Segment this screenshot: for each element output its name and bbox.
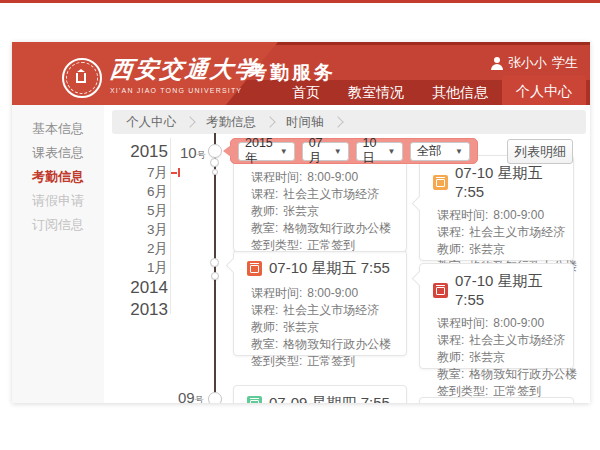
sidebar-item-subscription-info[interactable]: 订阅信息 xyxy=(12,213,104,237)
person-icon xyxy=(491,57,503,70)
attendance-card: 07-10 星期五 7:55 课程时间:8:00-9:00 课程:社会主义市场经… xyxy=(419,155,574,261)
attendance-card: 07-10 星期五 7:55 课程时间:8:00-9:00 课程:社会主义市场经… xyxy=(233,250,407,356)
card-title: 07-10 星期五 7:55 xyxy=(455,272,573,308)
field-label: 课程: xyxy=(251,187,278,201)
field-label: 教室: xyxy=(251,221,278,235)
sidebar-item-leave-request[interactable]: 请假申请 xyxy=(12,189,104,213)
scale-month-mar[interactable]: 3月 xyxy=(112,220,168,239)
calendar-icon xyxy=(247,396,262,403)
calendar-icon xyxy=(433,175,448,190)
nav-item-other-info[interactable]: 其他信息 xyxy=(418,80,502,105)
calendar-icon xyxy=(433,283,448,298)
field-value: 格物致知行政办公楼 xyxy=(469,367,577,381)
timeline-node-small xyxy=(210,258,219,267)
scale-year-2013[interactable]: 2013 xyxy=(112,299,168,321)
scale-year-2014[interactable]: 2014 xyxy=(112,277,168,299)
sidebar: 基本信息 课表信息 考勤信息 请假申请 订阅信息 xyxy=(12,105,104,403)
timeline-node-small xyxy=(211,272,219,280)
list-detail-button[interactable]: 列表明细 xyxy=(507,139,573,164)
field-value: 格物致知行政办公楼 xyxy=(283,337,391,351)
current-month-marker xyxy=(171,168,180,177)
calendar-icon xyxy=(247,261,262,276)
attendance-card-partial xyxy=(419,397,574,403)
caret-down-icon: ▼ xyxy=(334,147,342,156)
field-value: 正常签到 xyxy=(493,384,541,398)
field-value: 社会主义市场经济 xyxy=(469,225,565,239)
field-label: 课程: xyxy=(437,225,464,239)
breadcrumb-timeline[interactable]: 时间轴 xyxy=(286,114,324,131)
content-area: 基本信息 课表信息 考勤信息 请假申请 订阅信息 个人中心 考勤信息 时间轴 2… xyxy=(12,105,590,403)
user-role: 学生 xyxy=(552,54,578,72)
scale-month-may[interactable]: 5月 xyxy=(112,201,168,220)
nav-item-personal-center[interactable]: 个人中心 xyxy=(502,75,586,105)
scale-month-jun[interactable]: 6月 xyxy=(112,182,168,201)
scale-month-jul[interactable]: 7月 xyxy=(112,163,168,182)
chevron-right-icon xyxy=(184,116,195,127)
field-label: 教师: xyxy=(251,204,278,218)
breadcrumb-personal-center[interactable]: 个人中心 xyxy=(126,114,176,131)
year-select[interactable]: 2015年 ▼ xyxy=(238,142,295,161)
user-info[interactable]: 张小小 学生 xyxy=(491,54,578,72)
field-label: 签到类型: xyxy=(437,384,488,398)
nav-item-home[interactable]: 首页 xyxy=(278,80,334,105)
breadcrumb: 个人中心 考勤信息 时间轴 xyxy=(112,110,586,134)
card-title: 07-10 星期五 7:55 xyxy=(269,259,390,278)
sidebar-item-schedule-info[interactable]: 课表信息 xyxy=(12,141,104,165)
timeline-node-small xyxy=(210,158,219,167)
field-value: 社会主义市场经济 xyxy=(283,303,379,317)
type-select[interactable]: 全部 ▼ xyxy=(410,142,471,161)
field-value: 格物致知行政办公楼 xyxy=(283,221,391,235)
breadcrumb-attendance-info[interactable]: 考勤信息 xyxy=(206,114,256,131)
nav-item-classrooms[interactable]: 教室情况 xyxy=(334,80,418,105)
field-value: 张芸京 xyxy=(469,350,505,364)
card-title: 07-09 星期四 7:55 xyxy=(269,394,390,403)
university-name-cn: 西安交通大学 xyxy=(108,54,261,85)
field-label: 课程时间: xyxy=(437,208,488,222)
field-label: 教师: xyxy=(437,350,464,364)
field-label: 教室: xyxy=(251,337,278,351)
field-label: 签到类型: xyxy=(251,354,302,368)
day-marker-09: 09号 xyxy=(178,389,204,403)
sidebar-item-attendance-info[interactable]: 考勤信息 xyxy=(12,165,104,189)
page-top-accent xyxy=(0,0,600,3)
field-value: 正常签到 xyxy=(307,354,355,368)
scale-month-jan[interactable]: 1月 xyxy=(112,258,168,277)
chevron-right-icon xyxy=(264,116,275,127)
day-select[interactable]: 10日 ▼ xyxy=(356,142,403,161)
year-select-value: 2015年 xyxy=(245,136,276,167)
field-label: 签到类型: xyxy=(251,238,302,252)
field-value: 8:00-9:00 xyxy=(307,286,358,300)
caret-down-icon: ▼ xyxy=(455,147,463,156)
university-name-en: XI'AN JIAO TONG UNIVERSITY xyxy=(110,87,260,94)
field-label: 课程时间: xyxy=(437,316,488,330)
sidebar-item-basic-info[interactable]: 基本信息 xyxy=(12,117,104,141)
month-select[interactable]: 07月 ▼ xyxy=(302,142,349,161)
field-value: 8:00-9:00 xyxy=(493,208,544,222)
scale-month-feb[interactable]: 2月 xyxy=(112,239,168,258)
attendance-card: 07-10 星期五 7:55 课程时间:8:00-9:00 课程:社会主义市场经… xyxy=(419,263,574,369)
field-value: 社会主义市场经济 xyxy=(469,333,565,347)
day-marker-10: 10号 xyxy=(180,144,206,162)
type-select-value: 全部 xyxy=(417,143,442,160)
month-select-value: 07月 xyxy=(309,136,330,167)
caret-down-icon: ▼ xyxy=(280,147,288,156)
day-select-value: 10日 xyxy=(363,136,384,167)
user-name: 张小小 xyxy=(508,54,547,72)
field-value: 张芸京 xyxy=(283,204,319,218)
field-label: 课程: xyxy=(437,333,464,347)
scale-separator-line xyxy=(170,138,171,314)
field-label: 教师: xyxy=(251,320,278,334)
logo-pagoda-glyph xyxy=(75,69,87,85)
field-value: 社会主义市场经济 xyxy=(283,187,379,201)
date-filter-bar: 2015年 ▼ 07月 ▼ 10日 ▼ 全部 ▼ xyxy=(230,138,478,164)
field-value: 8:00-9:00 xyxy=(307,170,358,184)
field-value: 正常签到 xyxy=(307,238,355,252)
card-title: 07-10 星期五 7:55 xyxy=(455,164,573,200)
main-nav: 首页 教室情况 其他信息 个人中心 xyxy=(278,80,586,105)
timeline-scale: 2015 7月 6月 5月 3月 2月 1月 2014 2013 xyxy=(112,141,168,321)
field-label: 课程时间: xyxy=(251,170,302,184)
university-logo-icon xyxy=(62,58,102,98)
scale-year-2015[interactable]: 2015 xyxy=(112,141,168,163)
field-label: 教师: xyxy=(437,242,464,256)
field-label: 教室: xyxy=(437,367,464,381)
